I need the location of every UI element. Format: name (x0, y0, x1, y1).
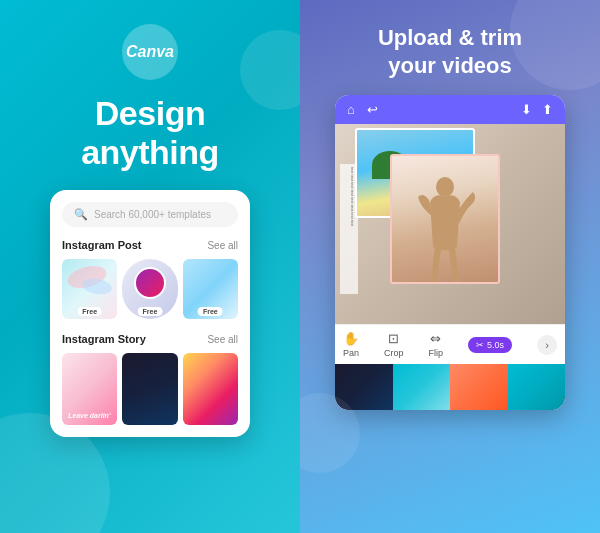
editor-mockup: ⌂ ↩ ⬇ ⬆ text text text text text text te… (335, 95, 565, 410)
search-icon: 🔍 (74, 208, 88, 221)
template-card-2[interactable]: Free (122, 259, 177, 319)
pan-icon: ✋ (343, 331, 359, 346)
section2-title: Instagram Story (62, 333, 146, 345)
instagram-story-header: Instagram Story See all (62, 333, 238, 345)
story-card-1[interactable]: Leave darlin' (62, 353, 117, 425)
pan-label: Pan (343, 348, 359, 358)
instagram-post-row: Free Free Free (62, 259, 238, 319)
right-headline: Upload & trim your videos (378, 24, 522, 79)
phone-mockup: 🔍 Search 60,000+ templates Instagram Pos… (50, 190, 250, 437)
flip-tool[interactable]: ⇔ Flip (429, 331, 444, 358)
bg-decoration-2 (240, 30, 300, 110)
template-card-1[interactable]: Free (62, 259, 117, 319)
duration-value: 5.0s (487, 340, 504, 350)
editor-toolbar: ⌂ ↩ ⬇ ⬆ (335, 95, 565, 124)
toolbar-left-icons: ⌂ ↩ (347, 102, 378, 117)
flip-icon: ⇔ (430, 331, 441, 346)
section1-title: Instagram Post (62, 239, 141, 251)
download-icon[interactable]: ⬇ (521, 102, 532, 117)
editor-canvas: text text text text text text text text (335, 124, 565, 324)
crop-icon: ⊡ (388, 331, 399, 346)
right-panel: Upload & trim your videos ⌂ ↩ ⬇ ⬆ text t… (300, 0, 600, 533)
toolbar-right-icons: ⬇ ⬆ (521, 102, 553, 117)
duration-badge[interactable]: ✂ 5.0s (468, 337, 512, 353)
crop-label: Crop (384, 348, 404, 358)
main-headline: Design anything (81, 94, 219, 172)
story-card-2[interactable] (122, 353, 177, 425)
share-icon[interactable]: ⬆ (542, 102, 553, 117)
pan-tool[interactable]: ✋ Pan (343, 331, 359, 358)
left-panel: Canva Design anything 🔍 Search 60,000+ t… (0, 0, 300, 533)
girl-silhouette-svg (415, 172, 475, 282)
video-thumb-3[interactable] (450, 364, 508, 410)
free-badge-2: Free (138, 307, 163, 316)
story-card-3[interactable] (183, 353, 238, 425)
canva-logo-text: Canva (126, 43, 174, 61)
right-bg-circle-1 (510, 0, 600, 90)
home-icon[interactable]: ⌂ (347, 102, 355, 117)
instagram-story-row: Leave darlin' (62, 353, 238, 425)
search-placeholder-text: Search 60,000+ templates (94, 209, 211, 220)
avatar-circle (134, 267, 166, 299)
search-bar[interactable]: 🔍 Search 60,000+ templates (62, 202, 238, 227)
video-thumb-4[interactable] (508, 364, 566, 410)
chevron-right-button[interactable]: › (537, 335, 557, 355)
video-strip (335, 364, 565, 410)
canva-logo: Canva (122, 24, 178, 80)
free-badge-1: Free (77, 307, 102, 316)
flip-label: Flip (429, 348, 444, 358)
girl-dancing-photo[interactable] (390, 154, 500, 284)
undo-icon[interactable]: ↩ (367, 102, 378, 117)
story-text-1: Leave darlin' (68, 412, 111, 419)
video-thumb-2[interactable] (393, 364, 451, 410)
crop-tool[interactable]: ⊡ Crop (384, 331, 404, 358)
section2-see-all[interactable]: See all (207, 334, 238, 345)
brush-2 (81, 277, 113, 297)
template-card-3[interactable]: Free (183, 259, 238, 319)
editor-bottom-bar: ✋ Pan ⊡ Crop ⇔ Flip ✂ 5.0s › (335, 324, 565, 364)
instagram-post-header: Instagram Post See all (62, 239, 238, 251)
section1-see-all[interactable]: See all (207, 240, 238, 251)
free-badge-3: Free (198, 307, 223, 316)
scissors-icon: ✂ (476, 340, 484, 350)
svg-point-0 (436, 177, 454, 197)
chevron-right-icon: › (545, 339, 549, 351)
